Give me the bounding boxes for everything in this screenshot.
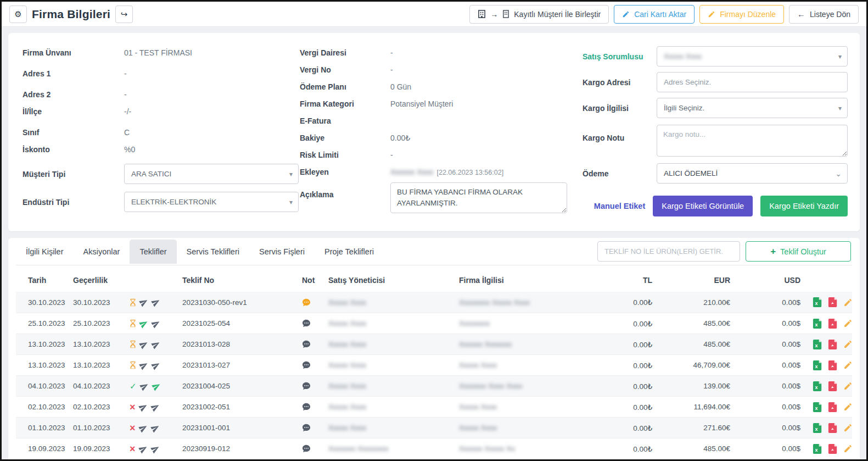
edit-pencil-icon[interactable] bbox=[843, 444, 853, 453]
send-plane-icon[interactable] bbox=[139, 424, 148, 432]
comment-bubble-icon bbox=[302, 403, 322, 411]
pdf-export-icon[interactable] bbox=[828, 297, 838, 307]
send-plane-icon[interactable] bbox=[139, 319, 148, 328]
merge-registered-customer-button[interactable]: → Kayıtlı Müşteri İle Birleştir bbox=[469, 5, 609, 24]
field-label: Sınıf bbox=[23, 128, 124, 137]
kargo-adresi-input[interactable] bbox=[657, 72, 848, 92]
send-plane-icon[interactable] bbox=[152, 319, 160, 328]
cell-firma-ilgilisi: Xxxxx Xxxx bbox=[456, 424, 594, 432]
note-comment-icon[interactable] bbox=[299, 319, 325, 327]
note-comment-icon[interactable] bbox=[299, 424, 325, 432]
send-plane-icon[interactable] bbox=[152, 340, 160, 349]
col-header-usd: USD bbox=[733, 276, 804, 285]
excel-export-icon[interactable]: x bbox=[813, 319, 822, 329]
pdf-export-icon[interactable] bbox=[828, 319, 838, 329]
pdf-export-icon[interactable] bbox=[828, 423, 838, 433]
cell-usd: 0.00$ bbox=[733, 340, 804, 348]
cell-gecerlilik: 19.09.2023 bbox=[70, 445, 126, 453]
send-plane-icon[interactable] bbox=[151, 403, 160, 412]
field-label: Firma Ünvanı bbox=[23, 48, 124, 57]
send-plane-icon[interactable] bbox=[139, 361, 148, 370]
cell-eur: 485.00€ bbox=[656, 445, 733, 453]
offers-table: Tarih Geçerlilik Teklif No Not Satış Yön… bbox=[16, 269, 852, 459]
cell-tl: 0.00₺ bbox=[594, 403, 656, 412]
excel-export-icon[interactable]: x bbox=[813, 297, 822, 307]
pdf-export-icon[interactable] bbox=[828, 444, 838, 454]
note-comment-icon[interactable] bbox=[299, 403, 325, 411]
edit-pencil-icon[interactable] bbox=[843, 423, 853, 432]
send-plane-icon[interactable] bbox=[139, 340, 148, 349]
note-comment-icon[interactable] bbox=[299, 298, 325, 307]
tab-proje-teklifleri[interactable]: Proje Teklifleri bbox=[315, 240, 384, 264]
tab-servis-fisleri[interactable]: Servis Fişleri bbox=[249, 240, 315, 264]
send-plane-icon[interactable] bbox=[140, 382, 149, 391]
svg-text:x: x bbox=[815, 363, 818, 369]
table-row: 13.10.202313.10.202320231013-028Xxxxx Xx… bbox=[16, 334, 852, 354]
excel-export-icon[interactable]: x bbox=[813, 444, 822, 454]
view-shipping-label-button[interactable]: Kargo Etiketi Görüntüle bbox=[653, 196, 753, 216]
cell-firma-ilgilisi: Xxxxxx Xxxxxxx bbox=[456, 340, 594, 348]
note-comment-icon[interactable] bbox=[299, 445, 325, 453]
chevron-down-icon: ▾ bbox=[838, 104, 842, 112]
send-plane-icon[interactable] bbox=[152, 361, 160, 370]
back-to-list-button[interactable]: ← Listeye Dön bbox=[789, 5, 859, 24]
pdf-export-icon[interactable] bbox=[828, 360, 838, 370]
transfer-account-card-button[interactable]: Cari Kartı Aktar bbox=[614, 5, 695, 24]
send-plane-icon[interactable] bbox=[152, 382, 161, 391]
edit-pencil-icon[interactable] bbox=[843, 319, 853, 328]
excel-export-icon[interactable]: x bbox=[813, 402, 822, 412]
send-plane-icon[interactable] bbox=[139, 445, 148, 453]
ekleyen-value: Xxxxxx Xxxx [22.06.2023 13:56:02] bbox=[390, 168, 503, 176]
vergi-no-value: - bbox=[390, 65, 393, 74]
comment-bubble-icon bbox=[302, 445, 322, 453]
satis-sorumlusu-select[interactable]: Xxxxx Xxxx ▾ bbox=[657, 46, 848, 66]
odeme-select[interactable]: ALICI ÖDEMELİ ⌄ bbox=[657, 163, 848, 184]
send-plane-icon[interactable] bbox=[139, 403, 148, 412]
excel-export-icon[interactable]: x bbox=[813, 340, 822, 349]
manuel-etiket-link[interactable]: Manuel Etiket bbox=[594, 202, 645, 210]
kargo-notu-textarea[interactable] bbox=[657, 125, 848, 157]
send-plane-icon[interactable] bbox=[139, 298, 148, 307]
share-button[interactable]: ↪ bbox=[115, 5, 133, 23]
cell-usd: 0.00$ bbox=[733, 319, 804, 327]
aciklama-textarea[interactable]: BU FİRMA YABANCI FİRMA OLARAK AYARLANMIŞ… bbox=[390, 182, 567, 213]
edit-pencil-icon[interactable] bbox=[843, 381, 853, 391]
edit-company-button[interactable]: Firmayı Düzenle bbox=[699, 5, 784, 24]
pdf-export-icon[interactable] bbox=[828, 340, 838, 349]
pdf-export-icon[interactable] bbox=[828, 402, 838, 412]
field-label: Kargo Notu bbox=[583, 125, 657, 142]
cell-teklif-no: 20231025-054 bbox=[179, 319, 299, 327]
iskonto-value: %0 bbox=[124, 145, 135, 154]
create-offer-button[interactable]: + Teklif Oluştur bbox=[746, 241, 851, 262]
tab-aksiyonlar[interactable]: Aksiyonlar bbox=[74, 240, 130, 264]
tab-servis-teklifleri[interactable]: Servis Teklifleri bbox=[177, 240, 249, 264]
field-label-satis-sorumlusu: Satış Sorumlusu bbox=[583, 52, 657, 61]
kargo-ilgilisi-select[interactable]: İlgili Seçiniz. ▾ bbox=[657, 98, 848, 118]
col-header-tarih: Tarih bbox=[16, 276, 70, 285]
col-header-gecerlilik: Geçerlilik bbox=[70, 276, 126, 285]
tab-teklifler[interactable]: Teklifler bbox=[130, 240, 176, 264]
note-comment-icon[interactable] bbox=[299, 340, 325, 348]
send-plane-icon[interactable] bbox=[151, 445, 160, 453]
pdf-export-icon[interactable] bbox=[828, 381, 838, 391]
excel-export-icon[interactable]: x bbox=[813, 360, 822, 370]
note-comment-icon[interactable] bbox=[299, 382, 325, 390]
cell-status bbox=[126, 361, 179, 370]
offer-search-input[interactable] bbox=[597, 241, 740, 262]
excel-export-icon[interactable]: x bbox=[813, 381, 822, 391]
tab-ilgili-kisiler[interactable]: İlgili Kişiler bbox=[16, 240, 74, 264]
edit-pencil-icon[interactable] bbox=[843, 298, 853, 307]
endustri-tipi-select[interactable]: ELEKTRİK-ELEKTRONİK ▾ bbox=[124, 192, 299, 212]
musteri-tipi-select[interactable]: ARA SATICI ▾ bbox=[124, 164, 299, 184]
send-plane-icon[interactable] bbox=[151, 424, 160, 432]
note-comment-icon[interactable] bbox=[299, 361, 325, 369]
print-shipping-label-button[interactable]: Kargo Etiketi Yazdır bbox=[760, 196, 848, 216]
settings-button[interactable]: ⚙ bbox=[9, 5, 27, 23]
cell-tarih: 02.10.2023 bbox=[16, 403, 70, 411]
cell-tarih: 13.10.2023 bbox=[16, 340, 70, 348]
excel-export-icon[interactable]: x bbox=[813, 423, 822, 433]
edit-pencil-icon[interactable] bbox=[843, 360, 853, 370]
send-plane-icon[interactable] bbox=[152, 298, 160, 307]
edit-pencil-icon[interactable] bbox=[843, 340, 853, 349]
edit-pencil-icon[interactable] bbox=[843, 402, 853, 412]
